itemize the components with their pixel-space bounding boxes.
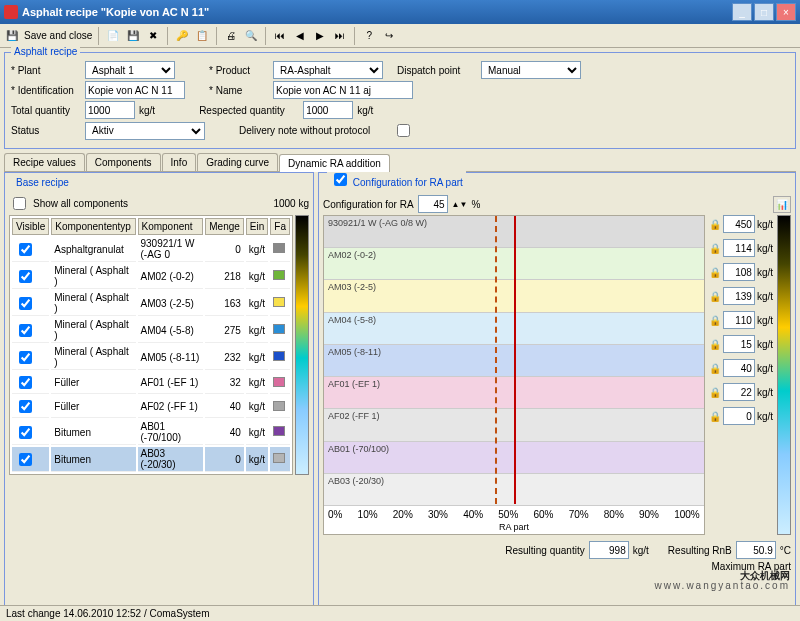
- tab-recipe-values[interactable]: Recipe values: [4, 153, 85, 171]
- band-value: 🔒kg/t: [709, 335, 773, 353]
- row-visible-checkbox[interactable]: [19, 270, 32, 283]
- band-value-input[interactable]: [723, 383, 755, 401]
- row-visible-checkbox[interactable]: [19, 426, 32, 439]
- prev-icon[interactable]: ◀: [292, 28, 308, 44]
- band-value: 🔒kg/t: [709, 359, 773, 377]
- band-value-input[interactable]: [723, 311, 755, 329]
- title-bar: Asphalt recipe "Kopie von AC N 11" _ □ ×: [0, 0, 800, 24]
- lock-icon[interactable]: 🔒: [709, 339, 721, 350]
- row-visible-checkbox[interactable]: [19, 324, 32, 337]
- components-table: Visible Komponententyp Komponent Menge E…: [9, 215, 293, 475]
- totalqty-unit: kg/t: [139, 105, 155, 116]
- respqty-input[interactable]: [303, 101, 353, 119]
- table-row[interactable]: FüllerAF02 (-FF 1)40kg/t: [12, 396, 290, 418]
- x-axis: 0%10%20%30%40%50%60%70%80%90%100%: [324, 509, 704, 520]
- tab-info[interactable]: Info: [162, 153, 197, 171]
- row-visible-checkbox[interactable]: [19, 243, 32, 256]
- base-weight: 1000 kg: [273, 198, 309, 209]
- row-visible-checkbox[interactable]: [19, 376, 32, 389]
- key-icon[interactable]: 🔑: [174, 28, 190, 44]
- delivery-note-checkbox[interactable]: [397, 124, 410, 137]
- dispatch-select[interactable]: Manual: [481, 61, 581, 79]
- name-input[interactable]: [273, 81, 413, 99]
- col-fa[interactable]: Fa: [270, 218, 290, 235]
- ident-input[interactable]: [85, 81, 185, 99]
- table-row[interactable]: BitumenAB03 (-20/30)0kg/t: [12, 447, 290, 472]
- col-component[interactable]: Komponent: [138, 218, 204, 235]
- print-icon[interactable]: 🖨: [223, 28, 239, 44]
- product-select[interactable]: RA-Asphalt: [273, 61, 383, 79]
- base-recipe-title: Base recipe: [13, 177, 72, 188]
- plant-select[interactable]: Asphalt 1: [85, 61, 175, 79]
- band-value: 🔒kg/t: [709, 287, 773, 305]
- respqty-label: Respected quantity: [199, 105, 299, 116]
- band-value-input[interactable]: [723, 287, 755, 305]
- save-icon[interactable]: 💾: [125, 28, 141, 44]
- cfg-input[interactable]: [418, 195, 448, 213]
- row-visible-checkbox[interactable]: [19, 453, 32, 466]
- resrnb-unit: °C: [780, 545, 791, 556]
- ra-chart[interactable]: 930921/1 W (-AG 0/8 W)AM02 (-0-2)AM03 (-…: [323, 215, 705, 535]
- band-value-input[interactable]: [723, 215, 755, 233]
- lock-icon[interactable]: 🔒: [709, 219, 721, 230]
- tab-dynamic-ra[interactable]: Dynamic RA addition: [279, 154, 390, 172]
- col-visible[interactable]: Visible: [12, 218, 49, 235]
- band-value-input[interactable]: [723, 263, 755, 281]
- band-value-input[interactable]: [723, 407, 755, 425]
- table-row[interactable]: Mineral ( Asphalt )AM02 (-0-2)218kg/t: [12, 264, 290, 289]
- delete-icon[interactable]: ✖: [145, 28, 161, 44]
- table-row[interactable]: BitumenAB01 (-70/100)40kg/t: [12, 420, 290, 445]
- band-value: 🔒kg/t: [709, 383, 773, 401]
- table-row[interactable]: Asphaltgranulat930921/1 W (-AG 00kg/t: [12, 237, 290, 262]
- close-button[interactable]: ×: [776, 3, 796, 21]
- band-value-input[interactable]: [723, 335, 755, 353]
- band-value-input[interactable]: [723, 239, 755, 257]
- col-menge[interactable]: Menge: [205, 218, 244, 235]
- lock-icon[interactable]: 🔒: [709, 315, 721, 326]
- lock-icon[interactable]: 🔒: [709, 387, 721, 398]
- save-close-label[interactable]: Save and close: [24, 30, 92, 41]
- lock-icon[interactable]: 🔒: [709, 291, 721, 302]
- recipe-group-title: Asphalt recipe: [11, 46, 80, 57]
- table-row[interactable]: Mineral ( Asphalt )AM03 (-2-5)163kg/t: [12, 291, 290, 316]
- config-checkbox[interactable]: [334, 173, 347, 186]
- band-value: 🔒kg/t: [709, 239, 773, 257]
- band-value-input[interactable]: [723, 359, 755, 377]
- x-axis-label: RA part: [324, 522, 704, 532]
- resqty-input: [589, 541, 629, 559]
- cfg-label: Configuration for RA: [323, 199, 414, 210]
- first-icon[interactable]: ⏮: [272, 28, 288, 44]
- preview-icon[interactable]: 🔍: [243, 28, 259, 44]
- chart-settings-icon[interactable]: 📊: [773, 196, 791, 213]
- product-label: * Product: [209, 65, 269, 76]
- tab-components[interactable]: Components: [86, 153, 161, 171]
- minimize-button[interactable]: _: [732, 3, 752, 21]
- totalqty-input[interactable]: [85, 101, 135, 119]
- col-ein[interactable]: Ein: [246, 218, 268, 235]
- delivery-note-label: Delivery note without protocol: [239, 125, 389, 136]
- new-icon[interactable]: 📄: [105, 28, 121, 44]
- col-type[interactable]: Komponententyp: [51, 218, 135, 235]
- table-row[interactable]: FüllerAF01 (-EF 1)32kg/t: [12, 372, 290, 394]
- help-icon[interactable]: ?: [361, 28, 377, 44]
- document-icon[interactable]: 📋: [194, 28, 210, 44]
- maximize-button[interactable]: □: [754, 3, 774, 21]
- next-icon[interactable]: ▶: [312, 28, 328, 44]
- config-panel: Configuration for RA part Configuration …: [318, 172, 796, 621]
- last-icon[interactable]: ⏭: [332, 28, 348, 44]
- lock-icon[interactable]: 🔒: [709, 363, 721, 374]
- row-visible-checkbox[interactable]: [19, 297, 32, 310]
- save-close-icon[interactable]: 💾: [4, 28, 20, 44]
- status-bar: Last change 14.06.2010 12:52 / ComaSyste…: [0, 605, 800, 621]
- lock-icon[interactable]: 🔒: [709, 243, 721, 254]
- exit-icon[interactable]: ↪: [381, 28, 397, 44]
- lock-icon[interactable]: 🔒: [709, 267, 721, 278]
- status-select[interactable]: Aktiv: [85, 122, 205, 140]
- table-row[interactable]: Mineral ( Asphalt )AM05 (-8-11)232kg/t: [12, 345, 290, 370]
- lock-icon[interactable]: 🔒: [709, 411, 721, 422]
- table-row[interactable]: Mineral ( Asphalt )AM04 (-5-8)275kg/t: [12, 318, 290, 343]
- tab-grading-curve[interactable]: Grading curve: [197, 153, 278, 171]
- show-all-checkbox[interactable]: [13, 197, 26, 210]
- row-visible-checkbox[interactable]: [19, 351, 32, 364]
- row-visible-checkbox[interactable]: [19, 400, 32, 413]
